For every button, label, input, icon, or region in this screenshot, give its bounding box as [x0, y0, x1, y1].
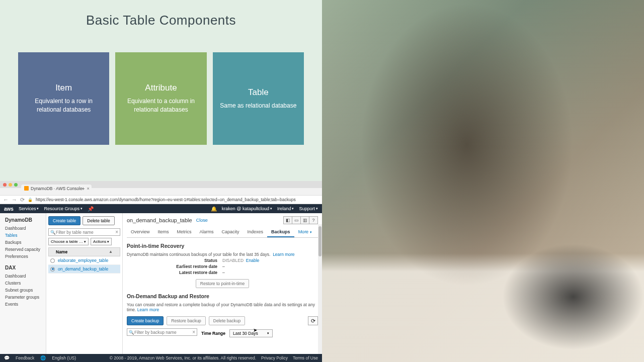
sidebar-item-clusters[interactable]: Clusters	[0, 280, 46, 287]
tab-title: DynamoDB · AWS Console	[31, 186, 83, 191]
backup-filter[interactable]: 🔍 ×	[127, 328, 197, 336]
language-select[interactable]: English (US)	[52, 355, 76, 360]
privacy-link[interactable]: Privacy Policy	[261, 355, 288, 360]
help-icon[interactable]: ?	[309, 216, 318, 224]
sidebar: DynamoDB Dashboard Tables Backups Reserv…	[0, 213, 46, 360]
sidebar-title-dynamodb: DynamoDB	[0, 216, 46, 225]
table-list-panel: Create table Delete table 🔍 × Choose a t…	[46, 213, 123, 360]
tab-indexes[interactable]: Indexes	[244, 227, 268, 237]
support-menu[interactable]: Support▾	[299, 206, 318, 211]
table-filter[interactable]: 🔍 ×	[48, 228, 120, 236]
services-menu[interactable]: Services▾	[19, 206, 39, 211]
minimize-window-icon[interactable]	[9, 183, 12, 187]
clear-filter-icon[interactable]: ×	[115, 229, 118, 235]
close-window-icon[interactable]	[3, 183, 7, 187]
aws-header: aws Services▾ Resource Groups▾ 📌 🔔 krake…	[0, 204, 322, 213]
card-title: Attribute	[145, 83, 177, 93]
clear-filter-icon[interactable]: ×	[192, 329, 195, 335]
restore-pitr-button[interactable]: Restore to point-in-time	[196, 279, 249, 288]
back-icon[interactable]: ←	[3, 197, 9, 203]
time-range-label: Time Range	[201, 331, 225, 336]
learn-more-link[interactable]: Learn more	[273, 252, 294, 257]
card-attribute: Attribute Equivalent to a column in rela…	[115, 52, 206, 145]
copyright-text: © 2008 - 2019, Amazon Web Services, Inc.…	[110, 355, 256, 360]
tab-more[interactable]: More ▾	[294, 227, 316, 237]
view-full-icon[interactable]: ▭	[292, 216, 301, 224]
sort-icon: ▲	[109, 249, 113, 254]
tab-alarms[interactable]: Alarms	[196, 227, 218, 237]
pitr-desc: DynamoDB maintains continuous backups of…	[127, 252, 318, 257]
slide-panel: Basic Table Components Item Equivalent t…	[0, 0, 322, 181]
earliest-label: Earliest restore date	[127, 264, 222, 269]
feedback-icon: 💬	[4, 355, 10, 360]
sidebar-item-subnet-groups[interactable]: Subnet groups	[0, 287, 46, 294]
sidebar-item-parameter-groups[interactable]: Parameter groups	[0, 294, 46, 301]
browser-tab[interactable]: DynamoDB · AWS Console ×	[21, 185, 92, 192]
radio-icon[interactable]	[50, 258, 55, 263]
slide-title: Basic Table Components	[18, 13, 304, 28]
restore-backup-button[interactable]: Restore backup	[167, 316, 206, 325]
radio-icon[interactable]	[50, 267, 55, 272]
new-tab-button[interactable]: +	[82, 186, 85, 192]
time-range-select[interactable]: Last 30 Days▾	[229, 329, 273, 337]
close-tab-icon[interactable]: ×	[87, 186, 89, 191]
actions-menu[interactable]: Actions▾	[91, 238, 112, 245]
table-link[interactable]: elaborate_employee_table	[58, 258, 108, 263]
aws-logo[interactable]: aws	[4, 206, 14, 212]
globe-icon: 🌐	[40, 355, 46, 360]
presenter-photo	[322, 0, 644, 362]
sidebar-item-reserved-capacity[interactable]: Reserved capacity	[0, 246, 46, 253]
terms-link[interactable]: Terms of Use	[293, 355, 318, 360]
status-label: Status	[127, 258, 222, 263]
forward-icon[interactable]: →	[12, 197, 17, 203]
create-table-button[interactable]: Create table	[48, 216, 80, 225]
browser-window: DynamoDB · AWS Console × + ← → ⟳ 🔒 https…	[0, 181, 322, 362]
tab-items[interactable]: Items	[154, 227, 173, 237]
sidebar-item-dashboard[interactable]: Dashboard	[0, 225, 46, 232]
tab-overview[interactable]: Overview	[127, 227, 154, 237]
region-menu[interactable]: Ireland▾	[277, 206, 294, 211]
resource-groups-menu[interactable]: Resource Groups▾	[44, 206, 83, 211]
sidebar-item-backups[interactable]: Backups	[0, 239, 46, 246]
url-text[interactable]: https://eu-west-1.console.aws.amazon.com…	[36, 197, 296, 202]
table-group-select[interactable]: Choose a table …▾	[48, 238, 89, 245]
create-backup-button[interactable]: Create backup	[127, 316, 164, 325]
tab-backups[interactable]: Backups	[267, 227, 294, 237]
table-header-name[interactable]: Name▲	[48, 247, 120, 256]
delete-table-button[interactable]: Delete table	[83, 216, 114, 225]
scrollbar[interactable]	[318, 224, 322, 360]
card-desc: Equivalent to a column in relational dat…	[121, 97, 200, 114]
ondemand-desc: You can create and restore a complete ba…	[127, 302, 318, 312]
table-link[interactable]: on_demand_backup_table	[58, 266, 108, 272]
lock-icon: 🔒	[28, 198, 33, 202]
feedback-link[interactable]: Feedback	[16, 355, 34, 360]
table-filter-input[interactable]	[56, 230, 115, 235]
reload-icon[interactable]: ⟳	[20, 197, 25, 203]
sidebar-item-preferences[interactable]: Preferences	[0, 253, 46, 260]
detail-panel: on_demand_backup_table Close ◧ ▭ ▥ ? Ove…	[123, 213, 322, 360]
view-compact-icon[interactable]: ▥	[300, 216, 309, 224]
delete-backup-button[interactable]: Delete backup	[209, 316, 245, 325]
sidebar-item-tables[interactable]: Tables	[0, 232, 46, 239]
bell-icon[interactable]: 🔔	[211, 206, 217, 212]
backup-filter-input[interactable]	[134, 330, 192, 335]
sidebar-item-events[interactable]: Events	[0, 301, 46, 308]
maximize-window-icon[interactable]	[14, 183, 18, 187]
close-detail-link[interactable]: Close	[196, 218, 208, 223]
detail-title: on_demand_backup_table	[127, 217, 192, 223]
tab-capacity[interactable]: Capacity	[218, 227, 244, 237]
account-menu[interactable]: kraken @ katapultcloud▾	[222, 206, 272, 211]
sidebar-item-dax-dashboard[interactable]: Dashboard	[0, 273, 46, 280]
pitr-heading: Point-in-time Recovery	[127, 243, 318, 249]
view-split-icon[interactable]: ◧	[283, 216, 292, 224]
earliest-value: –	[222, 264, 225, 269]
refresh-icon[interactable]: ⟳	[308, 316, 318, 325]
table-row[interactable]: on_demand_backup_table	[48, 265, 120, 274]
search-icon: 🔍	[129, 330, 134, 335]
table-row[interactable]: elaborate_employee_table	[48, 256, 120, 265]
learn-more-link[interactable]: Learn more	[137, 307, 159, 312]
pin-icon[interactable]: 📌	[88, 206, 94, 212]
tab-metrics[interactable]: Metrics	[173, 227, 196, 237]
enable-pitr-link[interactable]: Enable	[246, 258, 259, 263]
aws-footer: 💬 Feedback 🌐 English (US) © 2008 - 2019,…	[0, 354, 322, 362]
